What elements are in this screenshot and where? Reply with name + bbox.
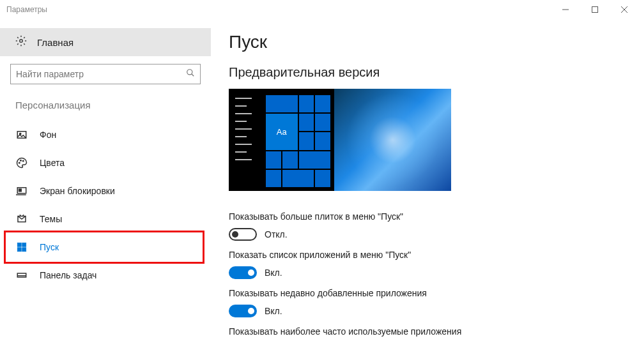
sidebar-item-label: Панель задач: [40, 270, 96, 280]
search-icon: [186, 68, 195, 80]
page-title: Пуск: [229, 32, 620, 52]
toggle-state: Откл.: [265, 229, 288, 239]
section-header: Персонализация: [0, 96, 211, 121]
home-button[interactable]: Главная: [0, 28, 211, 56]
sidebar-item-colors[interactable]: Цвета: [0, 149, 211, 177]
main-panel: Пуск Предварительная версия Aa Показыват…: [211, 19, 639, 364]
minimize-icon: [562, 6, 569, 13]
sidebar-item-background[interactable]: Фон: [0, 121, 211, 149]
sidebar-item-themes[interactable]: Темы: [0, 205, 211, 233]
maximize-button[interactable]: [580, 0, 610, 19]
svg-rect-17: [22, 243, 26, 246]
sidebar-item-taskbar[interactable]: Панель задач: [0, 261, 211, 289]
svg-rect-18: [17, 248, 21, 252]
setting-app-list: Показать список приложений в меню "Пуск"…: [229, 250, 620, 279]
search-field[interactable]: [16, 69, 186, 79]
preview-tile-aa: Aa: [266, 114, 298, 149]
sidebar: Главная Персонализация Фон Цвета: [0, 19, 211, 364]
svg-rect-19: [22, 248, 26, 252]
setting-recent-apps: Показывать недавно добавленные приложени…: [229, 288, 620, 317]
sidebar-item-label: Фон: [40, 130, 56, 140]
toggle-more-tiles[interactable]: [229, 228, 257, 241]
sidebar-item-label: Темы: [40, 214, 62, 224]
preview-start-menu: Aa: [229, 89, 334, 191]
svg-rect-16: [17, 243, 21, 246]
home-label: Главная: [37, 37, 73, 48]
sidebar-item-label: Пуск: [40, 242, 59, 252]
svg-point-11: [23, 160, 24, 162]
setting-label: Показать список приложений в меню "Пуск": [229, 250, 620, 260]
svg-point-9: [19, 162, 20, 163]
sidebar-item-label: Экран блокировки: [40, 186, 115, 196]
themes-icon: [15, 213, 28, 225]
svg-rect-14: [19, 189, 22, 192]
start-preview: Aa: [229, 89, 451, 191]
svg-line-6: [192, 74, 194, 77]
toggle-state: Вкл.: [265, 268, 282, 278]
setting-most-used: Показывать наиболее часто используемые п…: [229, 326, 620, 337]
minimize-button[interactable]: [551, 0, 580, 19]
close-button[interactable]: [610, 0, 639, 19]
close-icon: [621, 6, 627, 13]
sidebar-item-start[interactable]: Пуск: [0, 233, 211, 261]
start-icon: [15, 241, 28, 254]
svg-point-10: [20, 160, 22, 162]
toggle-app-list[interactable]: [229, 266, 257, 279]
highlight-annotation: [4, 231, 204, 264]
taskbar-icon: [15, 269, 28, 282]
preview-heading: Предварительная версия: [229, 65, 620, 80]
picture-icon: [15, 128, 28, 141]
setting-label: Показывать наиболее часто используемые п…: [229, 326, 620, 337]
sidebar-item-lockscreen[interactable]: Экран блокировки: [0, 177, 211, 205]
setting-label: Показывать больше плиток в меню "Пуск": [229, 211, 620, 222]
titlebar: Параметры: [0, 0, 639, 19]
preview-desktop: [334, 89, 451, 191]
setting-more-tiles: Показывать больше плиток в меню "Пуск" О…: [229, 211, 620, 241]
gear-icon: [15, 35, 27, 49]
sidebar-item-label: Цвета: [40, 158, 65, 168]
window-title: Параметры: [6, 5, 47, 14]
svg-point-5: [187, 70, 192, 75]
svg-point-4: [20, 40, 23, 43]
search-input[interactable]: [10, 64, 201, 84]
setting-label: Показывать недавно добавленные приложени…: [229, 288, 620, 298]
palette-icon: [15, 156, 28, 169]
maximize-icon: [592, 6, 598, 13]
toggle-state: Вкл.: [265, 306, 282, 316]
svg-rect-1: [592, 7, 598, 13]
lockscreen-icon: [15, 185, 28, 197]
toggle-recent-apps[interactable]: [229, 305, 257, 317]
window-controls: [551, 0, 639, 19]
